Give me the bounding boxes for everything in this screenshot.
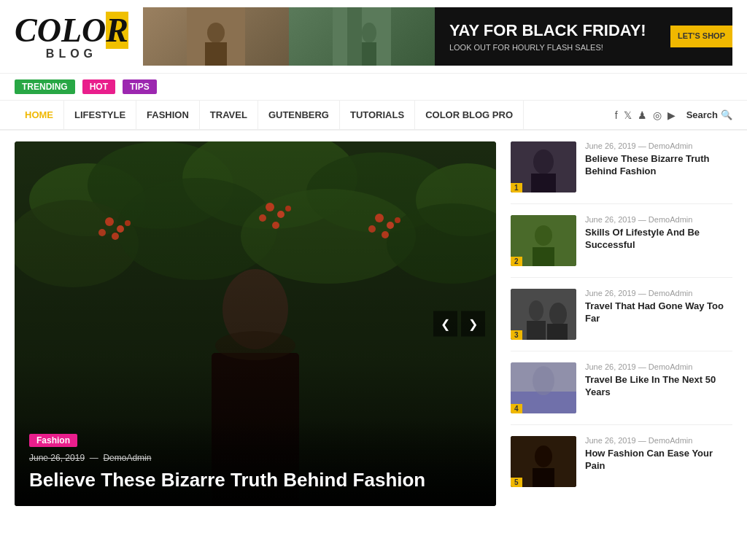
sidebar-meta-3: June 26, 2019 — DemoAdmin — [585, 289, 732, 298]
sidebar-meta-4: June 26, 2019 — DemoAdmin — [585, 362, 732, 371]
header-banner[interactable]: YAY FOR BLACK FRIDAY! LOOK OUT FOR HOURL… — [143, 7, 732, 66]
sidebar-item-3: 3 June 26, 2019 — DemoAdmin Travel That … — [511, 289, 732, 340]
sidebar-meta-2: June 26, 2019 — DemoAdmin — [585, 215, 732, 224]
tag-bar: TRENDING HOT TIPS — [0, 74, 747, 100]
search-button[interactable]: Search 🔍 — [686, 109, 732, 120]
nav-item-travel[interactable]: TRAVEL — [200, 101, 258, 129]
banner-text-area: YAY FOR BLACK FRIDAY! LOOK OUT FOR HOURL… — [435, 14, 670, 59]
sidebar-thumb-4: 4 — [511, 362, 576, 413]
sidebar-item-num-4: 4 — [511, 404, 522, 413]
sidebar-divider-1 — [511, 203, 732, 204]
sidebar-content-3: June 26, 2019 — DemoAdmin Travel That Ha… — [585, 289, 732, 325]
sidebar-content-2: June 26, 2019 — DemoAdmin Skills Of Life… — [585, 215, 732, 252]
nav-item-gutenberg[interactable]: GUTENBERG — [258, 101, 340, 129]
tag-trending[interactable]: TRENDING — [15, 79, 75, 94]
svg-point-51 — [535, 446, 552, 467]
sidebar-thumb-1: 1 — [511, 141, 576, 192]
sidebar-item-4: 4 June 26, 2019 — DemoAdmin Travel Be Li… — [511, 362, 732, 413]
banner-image-1 — [143, 7, 289, 66]
header: COLOR BLOG YAY FOR BLACK FRIDAY! LOOK OU… — [0, 0, 747, 74]
social-youtube-icon[interactable]: ▶ — [667, 109, 676, 121]
hero-title[interactable]: Believe These Bizarre Truth Behind Fashi… — [29, 469, 481, 491]
search-icon: 🔍 — [721, 109, 732, 120]
svg-point-1 — [207, 23, 225, 43]
hero-category-badge[interactable]: Fashion — [29, 434, 77, 447]
sidebar-thumb-5: 5 — [511, 436, 576, 487]
sidebar-content-4: June 26, 2019 — DemoAdmin Travel Be Like… — [585, 362, 732, 399]
svg-rect-4 — [347, 7, 362, 66]
social-instagram-icon[interactable]: ◎ — [653, 109, 662, 121]
sidebar: 1 June 26, 2019 — DemoAdmin Believe Thes… — [511, 141, 732, 506]
sidebar-content-1: June 26, 2019 — DemoAdmin Believe These … — [585, 141, 732, 178]
nav-item-fashion[interactable]: FASHION — [136, 101, 200, 129]
sidebar-title-3[interactable]: Travel That Had Gone Way Too Far — [585, 300, 732, 325]
logo[interactable]: COLOR BLOG — [15, 12, 128, 61]
svg-rect-38 — [531, 174, 556, 192]
svg-point-49 — [533, 366, 554, 395]
sidebar-title-1[interactable]: Believe These Bizarre Truth Behind Fashi… — [585, 153, 732, 178]
navbar: HOME LIFESTYLE FASHION TRAVEL GUTENBERG … — [0, 100, 747, 131]
sidebar-thumb-2: 2 — [511, 215, 576, 266]
slider-next-button[interactable]: ❯ — [461, 311, 485, 337]
slider-controls: ❮ ❯ — [433, 311, 485, 337]
social-twitter-icon[interactable]: 𝕏 — [624, 109, 632, 121]
svg-rect-6 — [362, 42, 376, 66]
sidebar-divider-2 — [511, 277, 732, 278]
nav-item-lifestyle[interactable]: LIFESTYLE — [64, 101, 136, 129]
sidebar-item-2: 2 June 26, 2019 — DemoAdmin Skills Of Li… — [511, 215, 732, 266]
svg-rect-44 — [527, 321, 546, 340]
tag-tips[interactable]: TIPS — [123, 79, 157, 94]
hero-date: June 26, 2019 — [29, 453, 85, 463]
social-pinterest-icon[interactable]: ♟ — [638, 109, 647, 121]
logo-blog-text: BLOG — [15, 47, 128, 61]
social-facebook-icon[interactable]: f — [615, 109, 618, 121]
sidebar-item-num-5: 5 — [511, 478, 522, 487]
svg-point-37 — [533, 149, 554, 174]
nav-items: HOME LIFESTYLE FASHION TRAVEL GUTENBERG … — [15, 101, 608, 129]
sidebar-title-2[interactable]: Skills Of Lifestyle And Be Successful — [585, 227, 732, 252]
svg-point-43 — [529, 300, 543, 321]
banner-cta-button[interactable]: LET'S SHOP — [670, 26, 732, 47]
sidebar-divider-4 — [511, 424, 732, 425]
sidebar-meta-5: June 26, 2019 — DemoAdmin — [585, 436, 732, 445]
sidebar-item-num-2: 2 — [511, 257, 522, 266]
banner-subtitle: LOOK OUT FOR HOURLY FLASH SALES! — [449, 43, 656, 52]
nav-social: f 𝕏 ♟ ◎ ▶ — [615, 109, 676, 121]
tag-hot[interactable]: HOT — [82, 79, 115, 94]
hero-meta: June 26, 2019 — DemoAdmin — [29, 453, 481, 463]
sidebar-title-4[interactable]: Travel Be Like In The Next 50 Years — [585, 374, 732, 399]
nav-item-colorblogpro[interactable]: COLOR BLOG PRO — [415, 101, 524, 129]
svg-rect-41 — [533, 247, 554, 266]
sidebar-item-5: 5 June 26, 2019 — DemoAdmin How Fashion … — [511, 436, 732, 487]
banner-title: YAY FOR BLACK FRIDAY! — [449, 21, 656, 40]
main-content: ❮ ❯ Fashion June 26, 2019 — DemoAdmin Be… — [0, 131, 747, 517]
svg-rect-52 — [533, 468, 554, 487]
sidebar-item-1: 1 June 26, 2019 — DemoAdmin Believe Thes… — [511, 141, 732, 192]
sidebar-item-num-3: 3 — [511, 330, 522, 340]
banner-image-2 — [289, 7, 435, 66]
nav-item-home[interactable]: HOME — [15, 101, 64, 129]
hero-author: DemoAdmin — [103, 453, 151, 463]
sidebar-meta-1: June 26, 2019 — DemoAdmin — [585, 141, 732, 150]
sidebar-title-5[interactable]: How Fashion Can Ease Your Pain — [585, 448, 732, 472]
sidebar-divider-3 — [511, 351, 732, 351]
sidebar-item-num-1: 1 — [511, 183, 522, 192]
svg-point-45 — [549, 303, 567, 326]
svg-point-5 — [362, 23, 376, 43]
svg-rect-46 — [547, 324, 568, 340]
nav-item-tutorials[interactable]: TUTORIALS — [340, 101, 415, 129]
slider-prev-button[interactable]: ❮ — [433, 311, 457, 337]
svg-rect-2 — [205, 42, 227, 66]
hero-overlay: Fashion June 26, 2019 — DemoAdmin Believ… — [15, 419, 496, 506]
sidebar-content-5: June 26, 2019 — DemoAdmin How Fashion Ca… — [585, 436, 732, 472]
search-label: Search — [686, 109, 718, 120]
hero-slider[interactable]: ❮ ❯ Fashion June 26, 2019 — DemoAdmin Be… — [15, 141, 496, 506]
sidebar-thumb-3: 3 — [511, 289, 576, 340]
svg-point-40 — [535, 225, 552, 246]
